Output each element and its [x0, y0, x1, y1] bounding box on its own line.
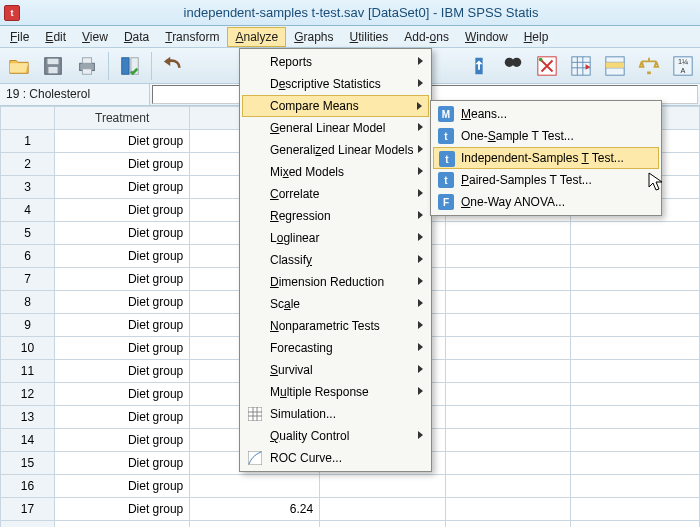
menu-item-regression[interactable]: Regression [242, 205, 429, 227]
menu-item-mixed-models[interactable]: Mixed Models [242, 161, 429, 183]
row-header[interactable]: 10 [1, 337, 55, 360]
cell[interactable] [571, 452, 700, 475]
cell[interactable]: Diet group [55, 222, 190, 245]
row-header[interactable]: 4 [1, 199, 55, 222]
cell[interactable] [445, 268, 571, 291]
cell[interactable] [445, 337, 571, 360]
cell[interactable] [571, 406, 700, 429]
menu-item-general-linear-model[interactable]: General Linear Model [242, 117, 429, 139]
column-header[interactable]: Treatment [55, 107, 190, 130]
menu-transform[interactable]: Transform [157, 27, 227, 47]
weight-button[interactable] [634, 51, 664, 81]
cell[interactable]: Diet group [55, 498, 190, 521]
menu-edit[interactable]: Edit [37, 27, 74, 47]
cell[interactable] [571, 383, 700, 406]
menu-data[interactable]: Data [116, 27, 157, 47]
row-header[interactable]: 12 [1, 383, 55, 406]
menu-item-reports[interactable]: Reports [242, 51, 429, 73]
menu-item-roc-curve[interactable]: ROC Curve... [242, 447, 429, 469]
row-header[interactable]: 13 [1, 406, 55, 429]
cell[interactable] [571, 360, 700, 383]
row-header[interactable]: 8 [1, 291, 55, 314]
print-button[interactable] [72, 51, 102, 81]
menu-view[interactable]: View [74, 27, 116, 47]
row-header[interactable]: 3 [1, 176, 55, 199]
cell[interactable] [445, 314, 571, 337]
cell[interactable] [571, 245, 700, 268]
select-cases-button[interactable] [600, 51, 630, 81]
cell[interactable] [445, 222, 571, 245]
cell[interactable] [445, 406, 571, 429]
recall-dialog-button[interactable] [115, 51, 145, 81]
cell[interactable] [571, 521, 700, 528]
submenu-item-independent-samples-t-test[interactable]: tIndependent-Samples T Test... [433, 147, 659, 169]
cell[interactable] [571, 291, 700, 314]
table-row[interactable]: 17Diet group6.24 [1, 498, 700, 521]
submenu-item-paired-samples-t-test[interactable]: tPaired-Samples T Test... [433, 169, 659, 191]
cell[interactable] [445, 521, 571, 528]
cell[interactable] [571, 337, 700, 360]
cell[interactable] [320, 475, 446, 498]
table-row[interactable]: 18Diet group6.01 [1, 521, 700, 528]
cell[interactable]: Diet group [55, 521, 190, 528]
cell[interactable]: Diet group [55, 245, 190, 268]
analyze-menu[interactable]: ReportsDescriptive StatisticsCompare Mea… [239, 48, 432, 472]
menu-item-simulation[interactable]: Simulation... [242, 403, 429, 425]
row-header[interactable]: 17 [1, 498, 55, 521]
cell[interactable] [571, 222, 700, 245]
cell[interactable] [445, 452, 571, 475]
value-labels-button[interactable]: 1¼A [668, 51, 698, 81]
row-header[interactable]: 1 [1, 130, 55, 153]
menu-item-correlate[interactable]: Correlate [242, 183, 429, 205]
menu-analyze[interactable]: Analyze [227, 27, 286, 47]
cell[interactable]: Diet group [55, 130, 190, 153]
row-header[interactable]: 11 [1, 360, 55, 383]
cell[interactable]: Diet group [55, 429, 190, 452]
cell[interactable]: Diet group [55, 337, 190, 360]
row-header[interactable]: 7 [1, 268, 55, 291]
cell[interactable]: 6.01 [190, 521, 320, 528]
cell[interactable] [320, 521, 446, 528]
cell[interactable]: Diet group [55, 268, 190, 291]
submenu-item-one-sample-t-test[interactable]: tOne-Sample T Test... [433, 125, 659, 147]
menu-item-dimension-reduction[interactable]: Dimension Reduction [242, 271, 429, 293]
table-row[interactable]: 16Diet group [1, 475, 700, 498]
cell[interactable]: Diet group [55, 176, 190, 199]
row-header[interactable]: 9 [1, 314, 55, 337]
find-button[interactable] [498, 51, 528, 81]
menu-item-loglinear[interactable]: Loglinear [242, 227, 429, 249]
cell[interactable] [445, 245, 571, 268]
cell[interactable]: Diet group [55, 452, 190, 475]
open-button[interactable] [4, 51, 34, 81]
cell[interactable] [320, 498, 446, 521]
menu-utilities[interactable]: Utilities [342, 27, 397, 47]
cell[interactable]: Diet group [55, 475, 190, 498]
cell[interactable] [571, 268, 700, 291]
cell[interactable] [445, 383, 571, 406]
row-header[interactable]: 18 [1, 521, 55, 528]
menu-item-quality-control[interactable]: Quality Control [242, 425, 429, 447]
menu-item-survival[interactable]: Survival [242, 359, 429, 381]
menu-item-forecasting[interactable]: Forecasting [242, 337, 429, 359]
menu-item-compare-means[interactable]: Compare Means [242, 95, 429, 117]
cell[interactable]: Diet group [55, 314, 190, 337]
menu-item-nonparametric-tests[interactable]: Nonparametric Tests [242, 315, 429, 337]
cell[interactable]: Diet group [55, 406, 190, 429]
submenu-item-one-way-anova[interactable]: FOne-Way ANOVA... [433, 191, 659, 213]
corner-header[interactable] [1, 107, 55, 130]
cell[interactable]: Diet group [55, 291, 190, 314]
cell[interactable]: Diet group [55, 360, 190, 383]
menu-help[interactable]: Help [516, 27, 557, 47]
cell[interactable]: Diet group [55, 153, 190, 176]
cell[interactable] [445, 360, 571, 383]
cell[interactable] [571, 429, 700, 452]
cell[interactable] [445, 291, 571, 314]
run-button[interactable] [566, 51, 596, 81]
compare-means-submenu[interactable]: MMeans...tOne-Sample T Test...tIndepende… [430, 100, 662, 216]
cell[interactable] [190, 475, 320, 498]
save-button[interactable] [38, 51, 68, 81]
cell[interactable] [571, 314, 700, 337]
undo-button[interactable] [158, 51, 188, 81]
menu-item-scale[interactable]: Scale [242, 293, 429, 315]
cell[interactable] [445, 498, 571, 521]
